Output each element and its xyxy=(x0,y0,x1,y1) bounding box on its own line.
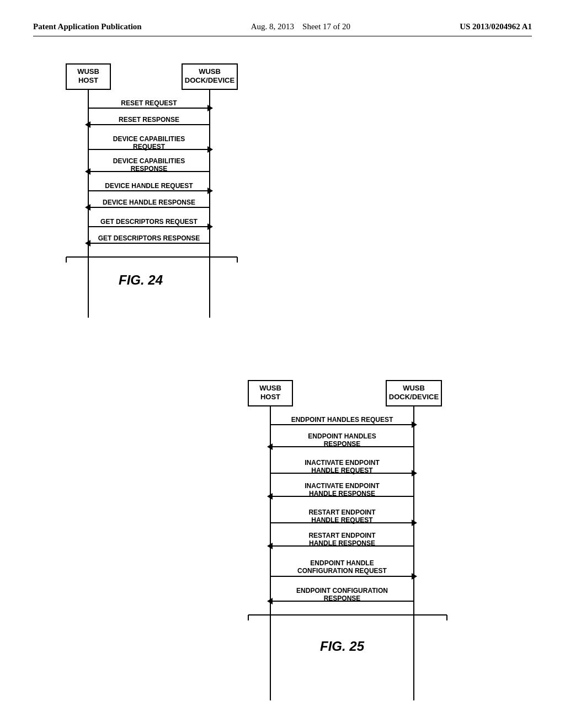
svg-text:RESET REQUEST: RESET REQUEST xyxy=(121,99,177,107)
fig25-container: WUSB HOST WUSB DOCK/DEVICE ENDPOINT HAND… xyxy=(215,370,532,728)
page: Patent Application Publication Aug. 8, 2… xyxy=(0,0,565,728)
svg-text:HANDLE REQUEST: HANDLE REQUEST xyxy=(311,467,373,474)
publication-date: Aug. 8, 2013 xyxy=(251,22,294,31)
patent-number: US 2013/0204962 A1 xyxy=(460,22,532,31)
svg-text:ENDPOINT HANDLES: ENDPOINT HANDLES xyxy=(308,432,376,440)
fig25-svg: WUSB HOST WUSB DOCK/DEVICE ENDPOINT HAND… xyxy=(215,370,502,728)
svg-text:INACTIVATE ENDPOINT: INACTIVATE ENDPOINT xyxy=(305,459,380,467)
svg-text:DEVICE CAPABILITIES: DEVICE CAPABILITIES xyxy=(113,135,185,143)
svg-text:RESPONSE: RESPONSE xyxy=(324,440,361,448)
svg-text:DEVICE HANDLE RESPONSE: DEVICE HANDLE RESPONSE xyxy=(103,199,195,206)
fig24-svg: WUSB HOST WUSB DOCK/DEVICE RESET REQUEST… xyxy=(33,53,265,345)
svg-text:RESTART ENDPOINT: RESTART ENDPOINT xyxy=(308,508,376,516)
svg-text:ENDPOINT HANDLE: ENDPOINT HANDLE xyxy=(310,559,374,567)
svg-text:WUSB: WUSB xyxy=(259,384,281,392)
svg-text:RESET RESPONSE: RESET RESPONSE xyxy=(119,116,179,124)
svg-text:RESPONSE: RESPONSE xyxy=(131,165,168,173)
svg-text:FIG. 24: FIG. 24 xyxy=(119,272,163,287)
svg-text:WUSB: WUSB xyxy=(199,67,221,76)
svg-text:CONFIGURATION REQUEST: CONFIGURATION REQUEST xyxy=(297,567,387,575)
publication-label: Patent Application Publication xyxy=(33,22,142,31)
svg-text:DOCK/DEVICE: DOCK/DEVICE xyxy=(389,393,439,401)
svg-text:HOST: HOST xyxy=(260,393,280,401)
svg-text:WUSB: WUSB xyxy=(77,67,99,76)
svg-text:ENDPOINT CONFIGURATION: ENDPOINT CONFIGURATION xyxy=(296,587,388,595)
svg-text:RESTART ENDPOINT: RESTART ENDPOINT xyxy=(308,532,376,539)
svg-text:DEVICE HANDLE REQUEST: DEVICE HANDLE REQUEST xyxy=(105,182,193,190)
svg-text:HANDLE RESPONSE: HANDLE RESPONSE xyxy=(309,539,375,547)
svg-text:HANDLE RESPONSE: HANDLE RESPONSE xyxy=(309,490,375,497)
svg-text:INACTIVATE ENDPOINT: INACTIVATE ENDPOINT xyxy=(305,482,380,490)
date-sheet: Aug. 8, 2013 Sheet 17 of 20 xyxy=(251,22,350,31)
page-header: Patent Application Publication Aug. 8, 2… xyxy=(33,22,532,36)
fig24-container: WUSB HOST WUSB DOCK/DEVICE RESET REQUEST… xyxy=(33,53,532,347)
sheet-number: Sheet 17 of 20 xyxy=(302,22,350,31)
svg-text:HOST: HOST xyxy=(78,76,98,84)
svg-text:DEVICE CAPABILITIES: DEVICE CAPABILITIES xyxy=(113,157,185,165)
svg-text:GET DESCRIPTORS REQUEST: GET DESCRIPTORS REQUEST xyxy=(100,218,198,226)
svg-text:GET DESCRIPTORS RESPONSE: GET DESCRIPTORS RESPONSE xyxy=(98,234,200,242)
svg-text:REQUEST: REQUEST xyxy=(133,143,166,151)
svg-text:HANDLE REQUEST: HANDLE REQUEST xyxy=(311,516,373,524)
svg-text:FIG. 25: FIG. 25 xyxy=(320,639,365,654)
svg-text:ENDPOINT HANDLES REQUEST: ENDPOINT HANDLES REQUEST xyxy=(291,416,393,424)
svg-text:WUSB: WUSB xyxy=(403,384,425,392)
svg-text:DOCK/DEVICE: DOCK/DEVICE xyxy=(185,76,235,84)
svg-text:RESPONSE: RESPONSE xyxy=(324,595,361,602)
